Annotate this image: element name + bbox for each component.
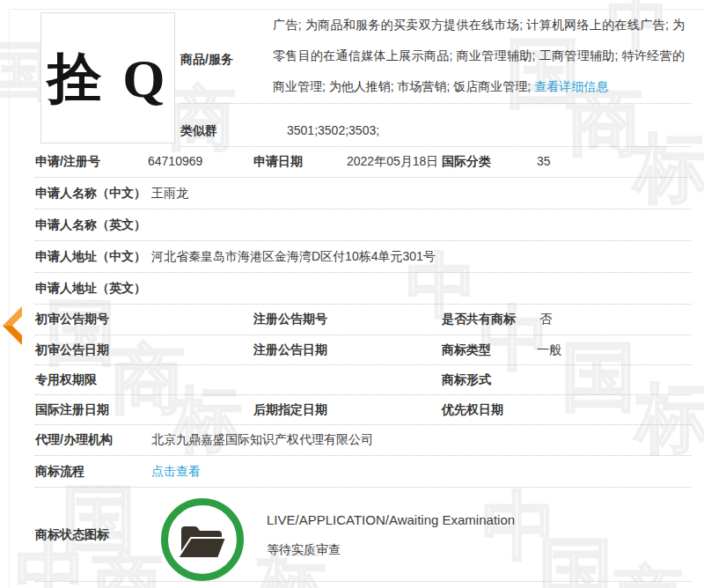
row-separator: [35, 364, 692, 365]
field-label-agency: 代理/办理机构: [35, 431, 113, 447]
trademark-image-text: 拴 Q: [48, 41, 169, 115]
field-value-trademark-type: 一般: [537, 342, 561, 357]
row-separator: [180, 103, 692, 104]
goods-services-description: 广告; 为商品和服务的买卖双方提供在线市场; 计算机网络上的在线广告; 为零售目…: [273, 18, 685, 93]
row-separator: [35, 177, 692, 178]
row-separator: [35, 487, 692, 488]
status-text-cn: 等待实质审查: [267, 542, 341, 558]
goods-services-text: 广告; 为商品和服务的买卖双方提供在线市场; 计算机网络上的在线广告; 为零售目…: [273, 10, 685, 102]
click-to-view-link[interactable]: 点击查看: [151, 463, 201, 479]
field-label-applicant-name-cn: 申请人名称（中文）: [35, 185, 146, 201]
row-separator: [35, 304, 692, 305]
watermark-glyph: 国: [46, 298, 116, 368]
field-value-agency: 北京九鼎嘉盛国际知识产权代理有限公司: [151, 431, 373, 447]
field-label-similar-group: 类似群: [180, 122, 217, 138]
watermark-glyph: 商: [167, 84, 236, 152]
row-separator: [35, 272, 692, 273]
field-label-registration-publication-number: 注册公告期号: [253, 311, 327, 327]
trademark-detail-page: 国 商 中 国 商 标 中 中 国 商 标 国 标 国 中 商 标 中 国 商 …: [0, 0, 704, 588]
watermark-glyph: 国: [561, 339, 636, 414]
sidebar-collapse-arrow-icon[interactable]: [1, 305, 23, 346]
field-label-applicant-address-en: 申请人地址（英文）: [35, 280, 146, 296]
view-details-link[interactable]: 查看详细信息: [534, 79, 608, 93]
row-separator: [35, 240, 692, 241]
field-label-application-date: 申请日期: [253, 153, 303, 169]
trademark-image: 拴 Q: [40, 12, 175, 143]
watermark-glyph: 标: [634, 130, 704, 205]
status-folder-icon: [160, 497, 245, 582]
watermark-glyph: 商: [92, 550, 163, 588]
watermark-glyph: 商: [614, 563, 683, 588]
field-label-international-registration-date: 国际注册日期: [35, 401, 109, 417]
field-label-first-publication-date: 初审公告日期: [35, 342, 109, 357]
field-label-shared-trademark: 是否共有商标: [442, 311, 516, 327]
field-label-registration-publication-date: 注册公告日期: [253, 342, 327, 357]
field-value-similar-group: 3501;3502;3503;: [287, 122, 379, 138]
field-value-shared-trademark: 否: [539, 311, 552, 327]
status-text-en: LIVE/APPLICATION/Awaiting Examination: [267, 512, 515, 527]
watermark-glyph: 国: [539, 535, 613, 588]
field-label-exclusive-right-term: 专用权期限: [35, 371, 97, 387]
row-separator: [35, 455, 692, 456]
row-separator: [35, 394, 692, 395]
row-separator: [35, 209, 692, 209]
field-label-trademark-type: 商标类型: [442, 342, 491, 357]
row-separator: [35, 334, 692, 335]
field-label-applicant-address-cn: 申请人地址（中文）: [35, 248, 146, 264]
field-value-applicant-address-cn: 河北省秦皇岛市海港区金海湾D区付10栋4单元301号: [151, 248, 436, 264]
field-value-application-number: 64710969: [148, 153, 202, 169]
field-label-international-class: 国际分类: [442, 153, 491, 169]
watermark-glyph: 商: [110, 342, 185, 416]
field-label-application-number: 申请/注册号: [35, 153, 100, 169]
row-separator: [35, 424, 692, 425]
field-value-application-date: 2022年05月18日: [347, 153, 438, 169]
watermark-glyph: 国: [62, 482, 136, 557]
field-label-trademark-form: 商标形式: [442, 371, 491, 387]
row-separator: [180, 146, 692, 147]
field-value-international-class: 35: [537, 153, 551, 169]
container-left-border: [9, 9, 10, 588]
field-label-applicant-name-en: 申请人名称（英文）: [35, 217, 146, 232]
field-label-priority-date: 优先权日期: [442, 401, 503, 417]
field-label-first-publication-number: 初审公告期号: [35, 311, 109, 327]
field-label-trademark-status-icon: 商标状态图标: [35, 526, 109, 542]
field-value-applicant-name-cn: 王雨龙: [151, 185, 188, 201]
field-label-trademark-process: 商标流程: [35, 463, 84, 479]
watermark-glyph: 标: [635, 380, 704, 455]
field-label-goods-services: 商品/服务: [180, 51, 233, 67]
row-separator: [35, 581, 692, 582]
field-label-late-designation-date: 后期指定日期: [253, 401, 327, 417]
